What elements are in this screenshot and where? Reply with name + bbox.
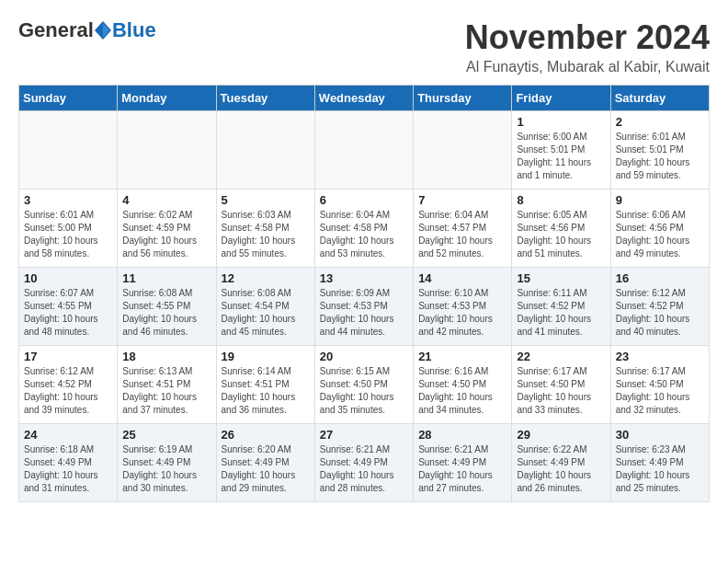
day-number: 16 xyxy=(616,271,704,285)
calendar-cell: 12Sunrise: 6:08 AM Sunset: 4:54 PM Dayli… xyxy=(216,268,314,346)
calendar-week-2: 3Sunrise: 6:01 AM Sunset: 5:00 PM Daylig… xyxy=(19,190,710,268)
calendar-cell xyxy=(314,111,413,190)
day-number: 4 xyxy=(122,193,210,207)
calendar-cell: 11Sunrise: 6:08 AM Sunset: 4:55 PM Dayli… xyxy=(118,268,216,346)
day-number: 20 xyxy=(320,350,408,363)
calendar-cell: 15Sunrise: 6:11 AM Sunset: 4:52 PM Dayli… xyxy=(512,268,610,346)
day-info: Sunrise: 6:21 AM Sunset: 4:49 PM Dayligh… xyxy=(418,443,506,495)
day-info: Sunrise: 6:14 AM Sunset: 4:51 PM Dayligh… xyxy=(222,365,310,417)
day-number: 1 xyxy=(517,115,605,129)
calendar-cell: 13Sunrise: 6:09 AM Sunset: 4:53 PM Dayli… xyxy=(314,268,413,346)
weekday-header-row: SundayMondayTuesdayWednesdayThursdayFrid… xyxy=(19,86,710,111)
calendar-cell: 1Sunrise: 6:00 AM Sunset: 5:01 PM Daylig… xyxy=(512,111,610,190)
day-info: Sunrise: 6:03 AM Sunset: 4:58 PM Dayligh… xyxy=(222,209,310,260)
day-number: 22 xyxy=(517,350,605,363)
day-number: 11 xyxy=(122,271,210,285)
logo: General Blue xyxy=(18,18,156,42)
day-info: Sunrise: 6:04 AM Sunset: 4:58 PM Dayligh… xyxy=(320,209,408,260)
day-number: 28 xyxy=(418,428,506,442)
calendar-cell xyxy=(414,111,512,190)
day-number: 27 xyxy=(320,428,408,442)
day-number: 25 xyxy=(122,428,210,442)
day-info: Sunrise: 6:06 AM Sunset: 4:56 PM Dayligh… xyxy=(616,209,704,260)
day-info: Sunrise: 6:12 AM Sunset: 4:52 PM Dayligh… xyxy=(616,287,704,339)
calendar-cell: 28Sunrise: 6:21 AM Sunset: 4:49 PM Dayli… xyxy=(414,424,512,502)
day-info: Sunrise: 6:08 AM Sunset: 4:55 PM Dayligh… xyxy=(122,287,210,339)
calendar-cell: 27Sunrise: 6:21 AM Sunset: 4:49 PM Dayli… xyxy=(314,424,413,502)
calendar-week-4: 17Sunrise: 6:12 AM Sunset: 4:52 PM Dayli… xyxy=(19,346,710,424)
calendar-cell: 14Sunrise: 6:10 AM Sunset: 4:53 PM Dayli… xyxy=(414,268,512,346)
title-area: November 2024 Al Funaytis, Mubarak al Ka… xyxy=(465,18,710,75)
day-number: 3 xyxy=(24,193,112,207)
day-info: Sunrise: 6:17 AM Sunset: 4:50 PM Dayligh… xyxy=(616,365,704,417)
calendar-cell: 21Sunrise: 6:16 AM Sunset: 4:50 PM Dayli… xyxy=(414,346,512,424)
calendar-cell: 30Sunrise: 6:23 AM Sunset: 4:49 PM Dayli… xyxy=(610,424,709,502)
calendar-cell xyxy=(19,111,118,190)
calendar-cell: 10Sunrise: 6:07 AM Sunset: 4:55 PM Dayli… xyxy=(19,268,118,346)
day-number: 6 xyxy=(320,193,408,207)
day-info: Sunrise: 6:21 AM Sunset: 4:49 PM Dayligh… xyxy=(320,443,408,495)
calendar-cell: 19Sunrise: 6:14 AM Sunset: 4:51 PM Dayli… xyxy=(216,346,314,424)
location-subtitle: Al Funaytis, Mubarak al Kabir, Kuwait xyxy=(465,59,710,75)
calendar-cell: 8Sunrise: 6:05 AM Sunset: 4:56 PM Daylig… xyxy=(512,190,610,268)
month-title: November 2024 xyxy=(465,18,710,57)
day-info: Sunrise: 6:15 AM Sunset: 4:50 PM Dayligh… xyxy=(320,365,408,417)
day-number: 13 xyxy=(320,271,408,285)
day-info: Sunrise: 6:16 AM Sunset: 4:50 PM Dayligh… xyxy=(418,365,506,417)
day-number: 2 xyxy=(616,115,704,129)
day-info: Sunrise: 6:10 AM Sunset: 4:53 PM Dayligh… xyxy=(418,287,506,339)
day-info: Sunrise: 6:22 AM Sunset: 4:49 PM Dayligh… xyxy=(517,443,605,495)
weekday-header-tuesday: Tuesday xyxy=(216,86,314,111)
weekday-header-monday: Monday xyxy=(118,86,216,111)
day-info: Sunrise: 6:08 AM Sunset: 4:54 PM Dayligh… xyxy=(222,287,310,339)
calendar-week-1: 1Sunrise: 6:00 AM Sunset: 5:01 PM Daylig… xyxy=(19,111,710,190)
calendar-cell: 7Sunrise: 6:04 AM Sunset: 4:57 PM Daylig… xyxy=(414,190,512,268)
day-info: Sunrise: 6:20 AM Sunset: 4:49 PM Dayligh… xyxy=(222,443,310,495)
calendar-cell: 22Sunrise: 6:17 AM Sunset: 4:50 PM Dayli… xyxy=(512,346,610,424)
day-number: 17 xyxy=(24,350,112,363)
calendar-cell: 17Sunrise: 6:12 AM Sunset: 4:52 PM Dayli… xyxy=(19,346,118,424)
day-info: Sunrise: 6:23 AM Sunset: 4:49 PM Dayligh… xyxy=(616,443,704,495)
day-number: 8 xyxy=(517,193,605,207)
calendar-cell: 18Sunrise: 6:13 AM Sunset: 4:51 PM Dayli… xyxy=(118,346,216,424)
calendar-cell xyxy=(216,111,314,190)
page-header: General Blue November 2024 Al Funaytis, … xyxy=(18,18,710,75)
calendar-cell: 20Sunrise: 6:15 AM Sunset: 4:50 PM Dayli… xyxy=(314,346,413,424)
calendar-cell: 5Sunrise: 6:03 AM Sunset: 4:58 PM Daylig… xyxy=(216,190,314,268)
calendar-cell: 3Sunrise: 6:01 AM Sunset: 5:00 PM Daylig… xyxy=(19,190,118,268)
day-number: 30 xyxy=(616,428,704,442)
calendar-cell: 4Sunrise: 6:02 AM Sunset: 4:59 PM Daylig… xyxy=(118,190,216,268)
calendar-cell: 24Sunrise: 6:18 AM Sunset: 4:49 PM Dayli… xyxy=(19,424,118,502)
day-number: 23 xyxy=(616,350,704,363)
calendar-cell: 9Sunrise: 6:06 AM Sunset: 4:56 PM Daylig… xyxy=(610,190,709,268)
calendar-cell xyxy=(118,111,216,190)
day-number: 19 xyxy=(222,350,310,363)
day-number: 18 xyxy=(122,350,210,363)
logo-general-text: General xyxy=(18,18,94,42)
day-info: Sunrise: 6:17 AM Sunset: 4:50 PM Dayligh… xyxy=(517,365,605,417)
calendar-table: SundayMondayTuesdayWednesdayThursdayFrid… xyxy=(18,85,710,502)
day-info: Sunrise: 6:05 AM Sunset: 4:56 PM Dayligh… xyxy=(517,209,605,260)
calendar-cell: 16Sunrise: 6:12 AM Sunset: 4:52 PM Dayli… xyxy=(610,268,709,346)
day-info: Sunrise: 6:00 AM Sunset: 5:01 PM Dayligh… xyxy=(517,131,605,182)
calendar-body: 1Sunrise: 6:00 AM Sunset: 5:01 PM Daylig… xyxy=(19,111,710,502)
day-number: 12 xyxy=(222,271,310,285)
calendar-cell: 26Sunrise: 6:20 AM Sunset: 4:49 PM Dayli… xyxy=(216,424,314,502)
day-info: Sunrise: 6:07 AM Sunset: 4:55 PM Dayligh… xyxy=(24,287,112,339)
weekday-header-sunday: Sunday xyxy=(19,86,118,111)
day-info: Sunrise: 6:01 AM Sunset: 5:01 PM Dayligh… xyxy=(616,131,704,182)
calendar-week-3: 10Sunrise: 6:07 AM Sunset: 4:55 PM Dayli… xyxy=(19,268,710,346)
day-number: 26 xyxy=(222,428,310,442)
day-info: Sunrise: 6:02 AM Sunset: 4:59 PM Dayligh… xyxy=(122,209,210,260)
day-info: Sunrise: 6:04 AM Sunset: 4:57 PM Dayligh… xyxy=(418,209,506,260)
logo-icon xyxy=(95,21,111,40)
weekday-header-saturday: Saturday xyxy=(610,86,709,111)
day-info: Sunrise: 6:11 AM Sunset: 4:52 PM Dayligh… xyxy=(517,287,605,339)
calendar-cell: 23Sunrise: 6:17 AM Sunset: 4:50 PM Dayli… xyxy=(610,346,709,424)
day-info: Sunrise: 6:09 AM Sunset: 4:53 PM Dayligh… xyxy=(320,287,408,339)
weekday-header-thursday: Thursday xyxy=(414,86,512,111)
day-info: Sunrise: 6:01 AM Sunset: 5:00 PM Dayligh… xyxy=(24,209,112,260)
weekday-header-friday: Friday xyxy=(512,86,610,111)
calendar-week-5: 24Sunrise: 6:18 AM Sunset: 4:49 PM Dayli… xyxy=(19,424,710,502)
day-number: 14 xyxy=(418,271,506,285)
